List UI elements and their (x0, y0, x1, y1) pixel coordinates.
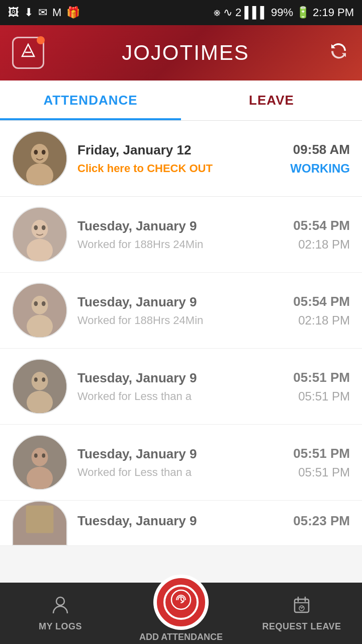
item-times: 09:58 AM WORKING (290, 142, 350, 176)
svg-marker-0 (22, 44, 34, 56)
item-info: Tuesday, January 9 Worked for 188Hrs 24M… (67, 294, 293, 327)
svg-point-10 (34, 225, 38, 230)
svg-point-9 (27, 239, 53, 261)
item-times: 05:54 PM 02:18 PM (293, 218, 350, 252)
list-item[interactable]: Tuesday, January 9 Worked for Less than … (0, 425, 362, 501)
battery-icon: 🔋 (296, 6, 310, 19)
item-date: Tuesday, January 9 (77, 446, 283, 462)
time-top: 05:51 PM (293, 370, 350, 385)
tab-bar: ATTENDANCE LEAVE (0, 80, 362, 121)
nav-request-leave[interactable]: REQUEST LEAVE (241, 595, 362, 632)
wifi-icon: ∿ (223, 6, 232, 19)
gmail-icon: M (52, 6, 61, 19)
item-info: Tuesday, January 9 Worked for 188Hrs 24M… (67, 218, 293, 251)
svg-point-26 (42, 453, 45, 458)
item-info: Tuesday, January 9 Worked for Less than … (67, 446, 293, 479)
fingerprint-circle (163, 585, 199, 620)
svg-point-21 (42, 377, 45, 382)
item-times: 05:51 PM 05:51 PM (293, 370, 350, 404)
gift-icon: 🎁 (66, 6, 80, 19)
item-info: Friday, January 12 Click here to CHECK O… (67, 142, 290, 175)
download-icon: ⬇ (24, 6, 33, 19)
tab-attendance[interactable]: ATTENDANCE (0, 80, 181, 120)
avatar (12, 359, 67, 414)
add-attendance-label: ADD ATTENDANCE (139, 632, 223, 642)
avatar (12, 131, 67, 186)
menu-button[interactable] (12, 37, 44, 69)
request-leave-label: REQUEST LEAVE (262, 621, 341, 632)
logo-light: TIMES (180, 41, 249, 64)
time-bottom: 02:18 PM (293, 313, 350, 328)
item-subtext: Worked for 188Hrs 24Min (77, 314, 283, 327)
nav-my-logs[interactable]: MY LOGS (0, 595, 121, 632)
hamburger-icon (20, 43, 36, 63)
svg-point-29 (56, 597, 64, 605)
my-logs-icon (51, 595, 70, 618)
svg-point-19 (27, 391, 53, 413)
time-bottom: 02:18 PM (293, 237, 350, 252)
my-logs-label: MY LOGS (39, 621, 82, 632)
svg-point-13 (32, 296, 48, 314)
add-attendance-button[interactable] (153, 575, 209, 630)
item-date: Tuesday, January 9 (77, 370, 283, 386)
tab-leave[interactable]: LEAVE (181, 80, 362, 120)
svg-point-6 (42, 150, 46, 155)
mail-icon: ✉ (38, 6, 47, 19)
time-top: 05:54 PM (293, 294, 350, 309)
item-times: 05:51 PM 05:51 PM (293, 446, 350, 479)
item-date: Tuesday, January 9 (77, 294, 283, 310)
gallery-icon: 🖼 (8, 6, 19, 19)
svg-point-16 (42, 301, 46, 306)
clock: 2:19 PM (313, 6, 354, 19)
item-date: Tuesday, January 9 (77, 218, 283, 234)
avatar (12, 501, 67, 546)
svg-point-23 (32, 448, 48, 466)
list-item[interactable]: Tuesday, January 9 Worked for 188Hrs 24M… (0, 273, 362, 349)
bottom-nav: MY LOGS ADD ATTENDANCE (0, 583, 362, 644)
svg-point-20 (34, 377, 38, 382)
status-left-icons: 🖼 ⬇ ✉ M 🎁 (8, 6, 80, 19)
nav-add-attendance[interactable]: ADD ATTENDANCE (121, 585, 241, 642)
signal-icon: ▌▌▌ (244, 6, 268, 19)
item-times: 05:54 PM 02:18 PM (293, 294, 350, 328)
item-subtext: Worked for 188Hrs 24Min (77, 238, 283, 251)
list-item[interactable]: Tuesday, January 9 Worked for Less than … (0, 349, 362, 425)
item-times: 05:23 PM (293, 513, 350, 533)
item-checkout-text[interactable]: Click here to CHECK OUT (77, 162, 280, 175)
item-subtext: Worked for Less than a (77, 390, 283, 403)
svg-point-5 (34, 150, 38, 155)
svg-point-18 (32, 372, 48, 390)
bluetooth-icon: ⎈ (214, 6, 220, 19)
add-attendance-inner (157, 578, 205, 626)
avatar (12, 283, 67, 338)
time-checkin: 09:58 AM (290, 142, 350, 157)
status-bar: 🖼 ⬇ ✉ M 🎁 ⎈ ∿ 2 ▌▌▌ 99% 🔋 2:19 PM (0, 0, 362, 25)
svg-point-24 (27, 467, 53, 489)
list-item[interactable]: Tuesday, January 9 Worked for 188Hrs 24M… (0, 197, 362, 273)
svg-rect-28 (26, 505, 54, 533)
time-bottom: 05:51 PM (293, 465, 350, 479)
time-top: 05:51 PM (293, 446, 350, 461)
svg-point-11 (42, 225, 46, 230)
logo-bold: JOJO (122, 41, 179, 64)
time-top: 05:54 PM (293, 218, 350, 233)
list-item[interactable]: Friday, January 12 Click here to CHECK O… (0, 121, 362, 197)
time-top: 05:23 PM (293, 513, 350, 529)
request-leave-icon (292, 595, 311, 618)
app-logo: JOJOTIMES (44, 41, 327, 65)
list-item[interactable]: Tuesday, January 9 05:23 PM (0, 501, 362, 546)
refresh-button[interactable] (327, 39, 350, 67)
svg-point-14 (27, 315, 53, 337)
avatar (12, 435, 67, 490)
status-label: WORKING (290, 162, 350, 175)
item-date: Tuesday, January 9 (77, 513, 283, 529)
attendance-list: Friday, January 12 Click here to CHECK O… (0, 121, 362, 546)
avatar (12, 207, 67, 262)
time-bottom: 05:51 PM (293, 389, 350, 404)
sim-icon: 2 (235, 6, 241, 19)
notification-badge (37, 36, 45, 44)
status-right-info: ⎈ ∿ 2 ▌▌▌ 99% 🔋 2:19 PM (214, 6, 354, 19)
app-header: JOJOTIMES (0, 25, 362, 80)
battery-percent: 99% (271, 6, 293, 19)
svg-point-25 (34, 453, 38, 458)
